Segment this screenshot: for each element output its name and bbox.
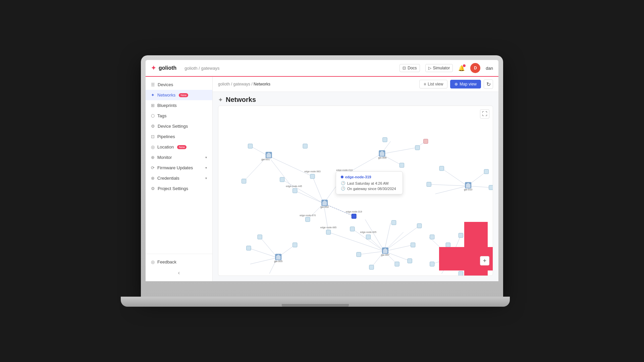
- svg-rect-80: [475, 246, 479, 250]
- svg-rect-76: [408, 259, 412, 263]
- sidebar-item-device-settings[interactable]: ⚙ Device Settings: [146, 121, 212, 131]
- sidebar-item-devices[interactable]: ☰ Devices: [146, 79, 212, 90]
- simulator-button[interactable]: ▷ Simulator: [425, 64, 453, 72]
- networks-badge: New: [179, 93, 188, 97]
- svg-text:edge-node-319: edge-node-319: [346, 210, 362, 213]
- sidebar-label-devices: Devices: [158, 82, 173, 87]
- sidebar-label-feedback: Feedback: [157, 259, 176, 264]
- feedback-icon: ◎: [151, 259, 155, 264]
- sidebar-item-feedback[interactable]: ◎ Feedback: [146, 257, 212, 267]
- page-title: Networks: [226, 96, 256, 104]
- sidebar-item-firmware-updates[interactable]: ⟳ Firmware Updates ▾: [146, 163, 212, 173]
- tooltip-title: edge-node-319: [341, 175, 398, 179]
- logo: ✦ golioth: [151, 64, 176, 72]
- sidebar-item-project-settings[interactable]: ⚙ Project Settings: [146, 183, 212, 194]
- svg-line-2: [250, 146, 268, 156]
- svg-rect-49: [303, 144, 307, 148]
- zoom-plus-button[interactable]: +: [480, 256, 489, 265]
- svg-rect-101: [276, 256, 280, 260]
- header-breadcrumb: golioth / gateways: [184, 66, 219, 71]
- svg-rect-67: [391, 220, 396, 225]
- svg-rect-77: [446, 243, 450, 247]
- svg-line-31: [384, 223, 391, 251]
- laptop-screen: ✦ golioth golioth / gateways ⊡ Docs ▷: [146, 60, 498, 281]
- svg-rect-72: [369, 265, 374, 269]
- tags-icon: ⬡: [151, 113, 155, 118]
- sidebar-collapse-button[interactable]: ‹: [146, 267, 212, 279]
- svg-rect-81: [459, 272, 463, 276]
- svg-rect-65: [350, 227, 355, 231]
- device-settings-icon: ⚙: [151, 124, 155, 129]
- content-area: golioth / gateways / Networks ≡ List vie…: [213, 77, 498, 281]
- sidebar-item-monitor[interactable]: ⊕ Monitor ▾: [146, 152, 212, 163]
- svg-text:gw-001: gw-001: [261, 158, 270, 161]
- svg-rect-74: [411, 243, 415, 247]
- docs-button[interactable]: ⊡ Docs: [399, 64, 420, 72]
- sidebar-label-device-settings: Device Settings: [158, 124, 188, 129]
- svg-rect-75: [417, 224, 422, 228]
- logo-icon: ✦: [151, 64, 156, 72]
- svg-rect-89: [267, 155, 271, 158]
- monitor-icon: ⊕: [151, 155, 155, 160]
- firmware-icon: ⟳: [151, 165, 155, 170]
- breadcrumb-gateways: gateways: [233, 82, 250, 86]
- svg-rect-62: [489, 185, 493, 190]
- header-right: ⊡ Docs ▷ Simulator 🔔 D: [399, 63, 493, 73]
- main-content: ☰ Devices ✦ Networks New ⊞ Blueprints: [146, 77, 498, 281]
- avatar[interactable]: D: [470, 63, 480, 73]
- map-view-button[interactable]: ⊕ Map view: [450, 80, 481, 88]
- svg-line-46: [429, 184, 467, 186]
- svg-text:gw-007: gw-007: [381, 253, 389, 256]
- svg-rect-50: [383, 137, 387, 142]
- svg-rect-70: [247, 246, 251, 250]
- svg-line-45: [435, 186, 467, 194]
- sidebar-label-networks: Networks: [157, 93, 175, 98]
- svg-rect-97: [322, 202, 327, 205]
- svg-rect-83: [430, 262, 434, 266]
- svg-text:edge-node-983: edge-node-983: [304, 170, 320, 173]
- svg-rect-93: [380, 153, 384, 156]
- project-settings-icon: ⚙: [151, 186, 155, 191]
- network-map[interactable]: ⛶: [218, 106, 493, 276]
- breadcrumb-golioth: golioth: [218, 82, 230, 86]
- fullscreen-button[interactable]: ⛶: [480, 109, 489, 119]
- list-view-button[interactable]: ≡ List view: [419, 80, 447, 88]
- notification-dot: [463, 64, 466, 67]
- svg-rect-58: [399, 163, 404, 167]
- app-container: ✦ golioth golioth / gateways ⊡ Docs ▷: [146, 60, 498, 281]
- refresh-button[interactable]: ↻: [484, 79, 493, 89]
- content-header: golioth / gateways / Networks ≡ List vie…: [213, 77, 498, 92]
- svg-rect-68: [258, 235, 262, 239]
- svg-rect-56: [310, 174, 315, 179]
- sidebar-item-tags[interactable]: ⬡ Tags: [146, 111, 212, 121]
- networks-icon: ✦: [151, 93, 155, 98]
- refresh-icon: ↻: [486, 81, 491, 87]
- sidebar-item-pipelines[interactable]: ⊡ Pipelines: [146, 131, 212, 142]
- sidebar-item-blueprints[interactable]: ⊞ Blueprints: [146, 100, 212, 111]
- svg-rect-51: [415, 145, 420, 150]
- sidebar-item-location[interactable]: ◎ Location New: [146, 142, 212, 152]
- credentials-chevron: ▾: [205, 176, 207, 180]
- blueprints-icon: ⊞: [151, 103, 155, 108]
- sidebar-item-networks[interactable]: ✦ Networks New: [146, 90, 212, 100]
- sidebar-label-blueprints: Blueprints: [157, 103, 177, 108]
- svg-rect-82: [439, 262, 444, 266]
- svg-line-17: [249, 248, 277, 258]
- gateway-icon: 🕐: [341, 186, 345, 191]
- svg-rect-113: [466, 185, 470, 188]
- svg-rect-54: [280, 177, 284, 182]
- docs-icon: ⊡: [402, 66, 406, 70]
- svg-rect-66: [366, 235, 370, 239]
- laptop-frame: ✦ golioth golioth / gateways ⊡ Docs ▷: [141, 55, 503, 297]
- svg-text:gw-009: gw-009: [378, 156, 386, 159]
- svg-rect-85: [478, 233, 482, 238]
- tooltip-on-gateway: 🕐 On gateway since 08/30/2024: [341, 186, 398, 191]
- notification-bell[interactable]: 🔔: [458, 65, 465, 71]
- svg-rect-109: [450, 256, 454, 260]
- svg-text:edge-node-005: edge-node-005: [360, 231, 376, 234]
- svg-rect-64: [326, 230, 330, 234]
- sidebar-item-credentials[interactable]: ⊗ Credentials ▾: [146, 173, 212, 183]
- svg-rect-60: [427, 182, 431, 186]
- svg-rect-116: [352, 214, 356, 218]
- breadcrumb-current: Networks: [254, 82, 270, 86]
